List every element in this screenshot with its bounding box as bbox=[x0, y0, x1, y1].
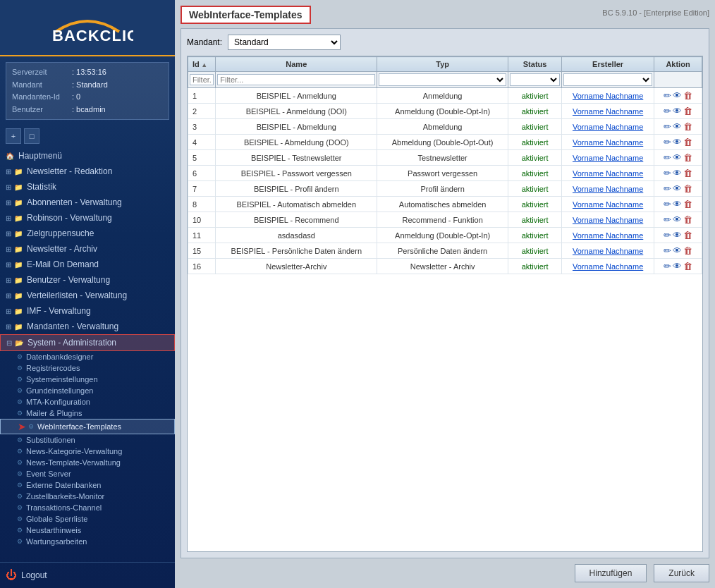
sidebar-item-email-on-demand[interactable]: ⊞ 📁 E-Mail On Demand bbox=[0, 257, 175, 272]
mandant-select[interactable]: Standard bbox=[228, 35, 341, 50]
sidebar-subitem-mta[interactable]: ⚙ MTA-Konfiguration bbox=[0, 396, 175, 408]
view-icon[interactable]: 👁 bbox=[673, 214, 682, 225]
col-header-ersteller[interactable]: Ersteller bbox=[562, 57, 654, 72]
edit-icon[interactable]: ✏ bbox=[664, 106, 671, 116]
sidebar-subitem-neustarthinweis[interactable]: ⚙ Neustarthinweis bbox=[0, 525, 175, 536]
ersteller-link[interactable]: Vorname Nachname bbox=[573, 138, 643, 147]
filter-ersteller-select[interactable] bbox=[563, 73, 652, 86]
sidebar-subitem-datenbankdesigner[interactable]: ⚙ Datenbankdesigner bbox=[0, 351, 175, 362]
view-icon[interactable]: 👁 bbox=[673, 152, 682, 163]
ersteller-link[interactable]: Vorname Nachname bbox=[573, 92, 643, 100]
sidebar-subitem-webinterface-templates[interactable]: ➤ ⚙ WebInterface-Templates bbox=[0, 419, 175, 434]
delete-icon[interactable]: 🗑 bbox=[683, 183, 692, 194]
add-button[interactable]: Hinzufügen bbox=[575, 564, 647, 582]
sidebar-subitem-substitutionen[interactable]: ⚙ Substitutionen bbox=[0, 434, 175, 446]
delete-icon[interactable]: 🗑 bbox=[683, 245, 692, 256]
sidebar-item-verteilerlisten[interactable]: ⊞ 📁 Verteilerlisten - Verwaltung bbox=[0, 288, 175, 303]
delete-icon[interactable]: 🗑 bbox=[683, 106, 692, 116]
edit-icon[interactable]: ✏ bbox=[664, 90, 671, 101]
sidebar-item-newsletter-archiv[interactable]: ⊞ 📁 Newsletter - Archiv bbox=[0, 241, 175, 257]
edit-icon[interactable]: ✏ bbox=[664, 245, 671, 256]
sidebar-item-mandanten[interactable]: ⊞ 📁 Mandanten - Verwaltung bbox=[0, 319, 175, 334]
edit-icon[interactable]: ✏ bbox=[664, 214, 671, 225]
ersteller-link[interactable]: Vorname Nachname bbox=[573, 247, 643, 255]
sidebar-item-benutzer[interactable]: ⊞ 📁 Benutzer - Verwaltung bbox=[0, 272, 175, 288]
content-area: WebInterface-Templates BC 5.9.10 - [Ente… bbox=[175, 0, 715, 588]
sidebar: BACKCLICK Serverzeit : 13:53:16 Mandant … bbox=[0, 0, 175, 588]
sidebar-subitem-globale-sperrliste[interactable]: ⚙ Globale Sperrliste bbox=[0, 513, 175, 525]
ersteller-link[interactable]: Vorname Nachname bbox=[573, 154, 643, 162]
sidebar-subitem-registriercodes[interactable]: ⚙ Registriercodes bbox=[0, 362, 175, 374]
back-button[interactable]: Zurück bbox=[654, 564, 709, 582]
delete-icon[interactable]: 🗑 bbox=[683, 230, 692, 240]
sidebar-item-newsletter-redaktion[interactable]: ⊞ 📁 Newsletter - Redaktion bbox=[0, 164, 175, 179]
filter-typ-select[interactable] bbox=[379, 73, 506, 86]
sidebar-item-robinson[interactable]: ⊞ 📁 Robinson - Verwaltung bbox=[0, 210, 175, 226]
col-header-name[interactable]: Name bbox=[216, 57, 377, 72]
sidebar-subitem-transaktions-channel[interactable]: ⚙ Transaktions-Channel bbox=[0, 502, 175, 513]
logout-button[interactable]: ⏻ Logout bbox=[6, 567, 169, 584]
view-icon[interactable]: 👁 bbox=[673, 106, 682, 116]
filter-status-select[interactable] bbox=[510, 73, 560, 86]
edit-icon[interactable]: ✏ bbox=[664, 183, 671, 194]
view-icon[interactable]: 👁 bbox=[673, 90, 682, 101]
edit-icon[interactable]: ✏ bbox=[664, 230, 671, 240]
sidebar-subitem-label: Zustellbarkeits-Monitor bbox=[26, 492, 104, 501]
sidebar-item-zielgruppensuche[interactable]: ⊞ 📁 Zielgruppensuche bbox=[0, 226, 175, 241]
sidebar-subitem-news-template[interactable]: ⚙ News-Template-Verwaltung bbox=[0, 457, 175, 468]
view-icon[interactable]: 👁 bbox=[673, 199, 682, 209]
delete-icon[interactable]: 🗑 bbox=[683, 168, 692, 178]
view-icon[interactable]: 👁 bbox=[673, 183, 682, 194]
sidebar-subitem-wartungsarbeiten[interactable]: ⚙ Wartungsarbeiten bbox=[0, 536, 175, 547]
sidebar-subitem-grundeinstellungen[interactable]: ⚙ Grundeinstellungen bbox=[0, 385, 175, 396]
delete-icon[interactable]: 🗑 bbox=[683, 90, 692, 101]
sidebar-subitem-label: News-Kategorie-Verwaltung bbox=[26, 447, 122, 455]
sidebar-item-hauptmenu[interactable]: 🏠 Hauptmenü bbox=[0, 148, 175, 164]
sidebar-subitem-zustellbarkeits-monitor[interactable]: ⚙ Zustellbarkeits-Monitor bbox=[0, 491, 175, 502]
ersteller-link[interactable]: Vorname Nachname bbox=[573, 262, 643, 271]
view-icon[interactable]: 👁 bbox=[673, 245, 682, 256]
delete-icon[interactable]: 🗑 bbox=[683, 199, 692, 209]
sidebar-subitem-externe-datenbanken[interactable]: ⚙ Externe Datenbanken bbox=[0, 479, 175, 491]
templates-table-container: Id Name Typ Status Ersteller Aktion bbox=[187, 56, 703, 552]
col-header-status[interactable]: Status bbox=[508, 57, 561, 72]
sidebar-subitem-systemeinstellungen[interactable]: ⚙ Systemeinstellungen bbox=[0, 374, 175, 385]
view-icon[interactable]: 👁 bbox=[673, 261, 682, 271]
filter-id-input[interactable] bbox=[190, 74, 214, 85]
view-icon[interactable]: 👁 bbox=[673, 121, 682, 132]
delete-icon[interactable]: 🗑 bbox=[683, 214, 692, 225]
ersteller-link[interactable]: Vorname Nachname bbox=[573, 216, 643, 224]
sidebar-item-statistik[interactable]: ⊞ 📁 Statistik bbox=[0, 179, 175, 195]
sidebar-subitem-event-server[interactable]: ⚙ Event Server bbox=[0, 468, 175, 479]
delete-icon[interactable]: 🗑 bbox=[683, 137, 692, 147]
edit-icon[interactable]: ✏ bbox=[664, 152, 671, 163]
edit-icon[interactable]: ✏ bbox=[664, 199, 671, 209]
col-header-id[interactable]: Id bbox=[188, 57, 216, 72]
ersteller-link[interactable]: Vorname Nachname bbox=[573, 169, 643, 178]
sidebar-doc-button[interactable]: □ bbox=[24, 128, 39, 144]
edit-icon[interactable]: ✏ bbox=[664, 121, 671, 132]
sidebar-item-abonnenten[interactable]: ⊞ 📁 Abonnenten - Verwaltung bbox=[0, 195, 175, 210]
ersteller-link[interactable]: Vorname Nachname bbox=[573, 185, 643, 193]
edit-icon[interactable]: ✏ bbox=[664, 168, 671, 178]
edit-icon[interactable]: ✏ bbox=[664, 261, 671, 271]
sidebar-item-imf[interactable]: ⊞ 📁 IMF - Verwaltung bbox=[0, 303, 175, 319]
sidebar-subitem-mailer[interactable]: ⚙ Mailer & Plugins bbox=[0, 408, 175, 419]
ersteller-link[interactable]: Vorname Nachname bbox=[573, 123, 643, 131]
sidebar-subitem-news-kategorie[interactable]: ⚙ News-Kategorie-Verwaltung bbox=[0, 446, 175, 457]
edit-icon[interactable]: ✏ bbox=[664, 137, 671, 147]
view-icon[interactable]: 👁 bbox=[673, 137, 682, 147]
view-icon[interactable]: 👁 bbox=[673, 230, 682, 240]
filter-name-input[interactable] bbox=[217, 74, 375, 85]
ersteller-link[interactable]: Vorname Nachname bbox=[573, 200, 643, 209]
delete-icon[interactable]: 🗑 bbox=[683, 121, 692, 132]
sidebar-item-label: Abonnenten - Verwaltung bbox=[27, 197, 122, 207]
sidebar-item-system-administration[interactable]: ⊟ 📂 System - Administration bbox=[0, 334, 175, 351]
col-header-typ[interactable]: Typ bbox=[377, 57, 508, 72]
ersteller-link[interactable]: Vorname Nachname bbox=[573, 107, 643, 116]
ersteller-link[interactable]: Vorname Nachname bbox=[573, 231, 643, 240]
sidebar-add-button[interactable]: + bbox=[6, 128, 21, 144]
delete-icon[interactable]: 🗑 bbox=[683, 261, 692, 271]
view-icon[interactable]: 👁 bbox=[673, 168, 682, 178]
delete-icon[interactable]: 🗑 bbox=[683, 152, 692, 163]
